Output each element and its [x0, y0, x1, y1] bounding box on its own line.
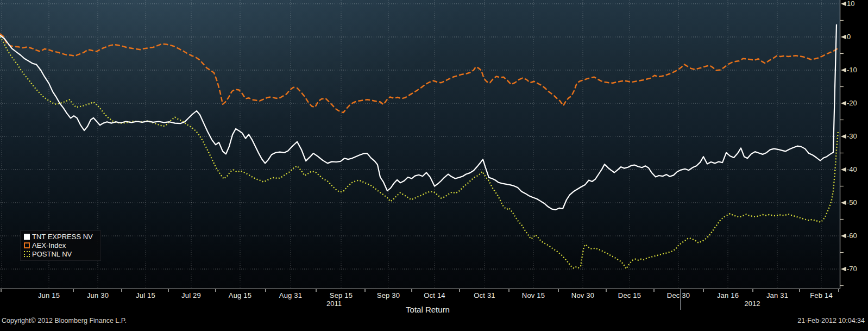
y-tick-label: -30 — [847, 132, 857, 140]
x-tick-label: Jan 31 — [766, 291, 788, 299]
y-tick-arrow-icon — [841, 35, 846, 40]
x-tick-label: Aug 31 — [279, 291, 302, 299]
y-tick-arrow-icon — [841, 267, 846, 272]
legend-label-aex: AEX-Index — [32, 241, 66, 249]
x-tick-label: Jul 15 — [136, 291, 155, 299]
x-tick-label: Feb 14 — [810, 291, 833, 299]
y-tick-label: -60 — [847, 232, 857, 240]
x-tick-label: Dec 15 — [618, 291, 641, 299]
y-tick-arrow-icon — [841, 134, 846, 139]
aex-line-swatch-icon — [24, 242, 30, 248]
x-tick-label: Sep 15 — [330, 291, 353, 299]
y-tick-label: -40 — [847, 165, 857, 173]
legend-label-tnt: TNT EXPRESS NV — [32, 233, 93, 241]
bloomberg-total-return-chart: Jun 15Jun 30Jul 15Jul 29Aug 15Aug 31Sep … — [0, 0, 868, 331]
y-tick-arrow-icon — [841, 201, 846, 205]
y-tick-arrow-icon — [841, 68, 846, 73]
y-tick-arrow-icon — [841, 234, 846, 239]
series-line-tnt-express-nv — [0, 24, 836, 210]
series-line-postnl-nv — [0, 37, 838, 268]
x-tick-label: Aug 15 — [229, 291, 251, 299]
y-tick-arrow-icon — [841, 167, 846, 172]
legend-item-postnl[interactable]: POSTNL NV — [24, 249, 93, 258]
x-tick-label: Jan 16 — [717, 291, 739, 299]
y-tick-label: 10 — [847, 0, 854, 8]
x-tick-label: Oct 14 — [424, 291, 445, 299]
postnl-line-swatch-icon — [24, 251, 30, 257]
legend-label-postnl: POSTNL NV — [32, 250, 72, 258]
series-group — [0, 24, 839, 269]
y-tick-arrow-icon — [841, 2, 846, 7]
legend[interactable]: TNT EXPRESS NV AEX-Index POSTNL NV — [20, 230, 101, 261]
tnt-line-swatch-icon — [24, 234, 30, 240]
y-tick-label: -50 — [847, 198, 857, 207]
x-tick-label: Dec 30 — [667, 291, 690, 299]
x-tick-label: Nov 15 — [522, 291, 545, 299]
y-tick-label: -70 — [847, 265, 857, 273]
series-line-aex-index — [0, 34, 839, 113]
chart-title: Total Return — [0, 305, 856, 314]
x-tick-label: Sep 30 — [377, 291, 400, 299]
legend-item-aex[interactable]: AEX-Index — [24, 241, 93, 249]
y-tick-label: -10 — [847, 66, 857, 74]
x-tick-label: Nov 30 — [571, 291, 594, 299]
x-tick-label: Jul 29 — [181, 291, 201, 299]
timestamp-text: 21-Feb-2012 10:04:34 — [797, 317, 865, 324]
x-tick-label: Jun 30 — [87, 291, 109, 299]
x-tick-label: Jun 15 — [38, 291, 60, 299]
y-tick-arrow-icon — [841, 101, 846, 106]
y-tick-label: 0 — [847, 33, 851, 41]
copyright-text: Copyright© 2012 Bloomberg Finance L.P. — [2, 317, 127, 324]
chart-plot-area[interactable] — [0, 0, 868, 331]
legend-item-tnt[interactable]: TNT EXPRESS NV — [24, 232, 93, 241]
x-tick-label: Oct 31 — [474, 291, 495, 299]
gridlines — [0, 0, 840, 289]
y-tick-label: -20 — [847, 99, 857, 107]
